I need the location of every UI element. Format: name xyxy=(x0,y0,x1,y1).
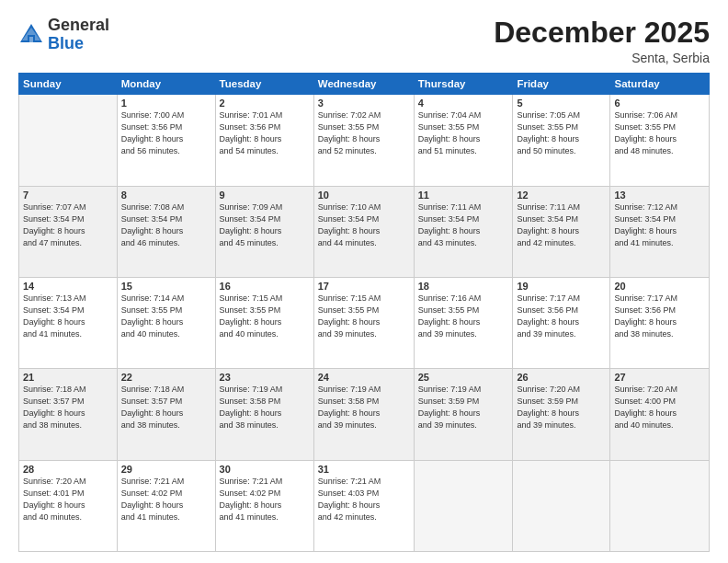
day-number: 10 xyxy=(318,190,410,201)
location-subtitle: Senta, Serbia xyxy=(494,51,710,65)
day-info: Sunrise: 7:21 AMSunset: 4:02 PMDaylight:… xyxy=(220,476,310,523)
weekday-header-wednesday: Wednesday xyxy=(313,74,414,95)
day-number: 16 xyxy=(220,281,310,292)
day-info: Sunrise: 7:19 AMSunset: 3:58 PMDaylight:… xyxy=(220,384,310,431)
day-info: Sunrise: 7:19 AMSunset: 3:59 PMDaylight:… xyxy=(418,384,509,431)
day-info: Sunrise: 7:20 AMSunset: 4:01 PMDaylight:… xyxy=(23,476,113,523)
weekday-header-tuesday: Tuesday xyxy=(215,74,313,95)
calendar-cell xyxy=(414,460,513,551)
calendar-cell: 13Sunrise: 7:12 AMSunset: 3:54 PMDayligh… xyxy=(610,186,710,277)
calendar-cell: 15Sunrise: 7:14 AMSunset: 3:55 PMDayligh… xyxy=(117,277,215,368)
calendar-cell: 12Sunrise: 7:11 AMSunset: 3:54 PMDayligh… xyxy=(513,186,610,277)
day-number: 28 xyxy=(23,464,113,475)
day-number: 29 xyxy=(121,464,211,475)
calendar-table: SundayMondayTuesdayWednesdayThursdayFrid… xyxy=(18,73,710,552)
calendar-cell: 10Sunrise: 7:10 AMSunset: 3:54 PMDayligh… xyxy=(313,186,414,277)
day-number: 25 xyxy=(418,372,509,383)
day-info: Sunrise: 7:09 AMSunset: 3:54 PMDaylight:… xyxy=(220,201,310,249)
calendar-cell: 3Sunrise: 7:02 AMSunset: 3:55 PMDaylight… xyxy=(313,95,414,186)
calendar-cell: 14Sunrise: 7:13 AMSunset: 3:54 PMDayligh… xyxy=(19,277,118,368)
day-info: Sunrise: 7:20 AMSunset: 3:59 PMDaylight:… xyxy=(517,384,606,431)
calendar-cell: 27Sunrise: 7:20 AMSunset: 4:00 PMDayligh… xyxy=(610,369,710,460)
day-info: Sunrise: 7:14 AMSunset: 3:55 PMDaylight:… xyxy=(121,293,211,340)
day-number: 21 xyxy=(23,372,113,383)
calendar-cell: 11Sunrise: 7:11 AMSunset: 3:54 PMDayligh… xyxy=(414,186,513,277)
weekday-header-thursday: Thursday xyxy=(414,74,513,95)
weekday-header-monday: Monday xyxy=(117,74,215,95)
calendar-cell: 2Sunrise: 7:01 AMSunset: 3:56 PMDaylight… xyxy=(215,95,313,186)
calendar-cell: 26Sunrise: 7:20 AMSunset: 3:59 PMDayligh… xyxy=(513,369,610,460)
calendar-week-row: 1Sunrise: 7:00 AMSunset: 3:56 PMDaylight… xyxy=(19,95,710,186)
weekday-header-saturday: Saturday xyxy=(610,74,710,95)
day-info: Sunrise: 7:01 AMSunset: 3:56 PMDaylight:… xyxy=(220,109,310,157)
month-title: December 2025 xyxy=(494,17,710,49)
day-number: 8 xyxy=(121,190,211,201)
calendar-cell: 6Sunrise: 7:06 AMSunset: 3:55 PMDaylight… xyxy=(610,95,710,186)
day-number: 12 xyxy=(517,190,606,201)
calendar-cell: 25Sunrise: 7:19 AMSunset: 3:59 PMDayligh… xyxy=(414,369,513,460)
calendar-cell: 1Sunrise: 7:00 AMSunset: 3:56 PMDaylight… xyxy=(117,95,215,186)
day-info: Sunrise: 7:19 AMSunset: 3:58 PMDaylight:… xyxy=(318,384,410,431)
day-info: Sunrise: 7:11 AMSunset: 3:54 PMDaylight:… xyxy=(517,201,606,249)
day-info: Sunrise: 7:00 AMSunset: 3:56 PMDaylight:… xyxy=(121,109,211,157)
day-number: 5 xyxy=(517,98,606,109)
day-number: 2 xyxy=(220,98,310,109)
calendar-cell: 9Sunrise: 7:09 AMSunset: 3:54 PMDaylight… xyxy=(215,186,313,277)
day-info: Sunrise: 7:04 AMSunset: 3:55 PMDaylight:… xyxy=(418,109,509,157)
calendar-cell: 18Sunrise: 7:16 AMSunset: 3:55 PMDayligh… xyxy=(414,277,513,368)
calendar-cell: 30Sunrise: 7:21 AMSunset: 4:02 PMDayligh… xyxy=(215,460,313,551)
calendar-cell: 8Sunrise: 7:08 AMSunset: 3:54 PMDaylight… xyxy=(117,186,215,277)
day-info: Sunrise: 7:15 AMSunset: 3:55 PMDaylight:… xyxy=(318,293,410,340)
calendar-header-row: SundayMondayTuesdayWednesdayThursdayFrid… xyxy=(19,74,710,95)
title-block: December 2025 Senta, Serbia xyxy=(494,17,710,65)
day-info: Sunrise: 7:07 AMSunset: 3:54 PMDaylight:… xyxy=(23,201,113,249)
day-number: 19 xyxy=(517,281,606,292)
day-number: 13 xyxy=(614,190,705,201)
day-info: Sunrise: 7:11 AMSunset: 3:54 PMDaylight:… xyxy=(418,201,509,249)
day-number: 24 xyxy=(318,372,410,383)
calendar-cell: 23Sunrise: 7:19 AMSunset: 3:58 PMDayligh… xyxy=(215,369,313,460)
calendar-cell: 24Sunrise: 7:19 AMSunset: 3:58 PMDayligh… xyxy=(313,369,414,460)
day-number: 11 xyxy=(418,190,509,201)
logo-general: General xyxy=(48,16,109,34)
day-number: 17 xyxy=(318,281,410,292)
calendar-cell: 16Sunrise: 7:15 AMSunset: 3:55 PMDayligh… xyxy=(215,277,313,368)
day-info: Sunrise: 7:05 AMSunset: 3:55 PMDaylight:… xyxy=(517,109,606,157)
weekday-header-sunday: Sunday xyxy=(19,74,118,95)
logo-blue: Blue xyxy=(48,34,84,52)
day-info: Sunrise: 7:18 AMSunset: 3:57 PMDaylight:… xyxy=(23,384,113,431)
day-info: Sunrise: 7:08 AMSunset: 3:54 PMDaylight:… xyxy=(121,201,211,249)
logo-text: General Blue xyxy=(48,17,109,53)
calendar-week-row: 21Sunrise: 7:18 AMSunset: 3:57 PMDayligh… xyxy=(19,369,710,460)
calendar-cell: 22Sunrise: 7:18 AMSunset: 3:57 PMDayligh… xyxy=(117,369,215,460)
page: General Blue December 2025 Senta, Serbia… xyxy=(0,0,728,563)
calendar-cell: 21Sunrise: 7:18 AMSunset: 3:57 PMDayligh… xyxy=(19,369,118,460)
day-info: Sunrise: 7:17 AMSunset: 3:56 PMDaylight:… xyxy=(517,293,606,340)
calendar-cell: 28Sunrise: 7:20 AMSunset: 4:01 PMDayligh… xyxy=(19,460,118,551)
day-number: 30 xyxy=(220,464,310,475)
day-info: Sunrise: 7:10 AMSunset: 3:54 PMDaylight:… xyxy=(318,201,410,249)
header: General Blue December 2025 Senta, Serbia xyxy=(18,17,710,65)
calendar-cell: 7Sunrise: 7:07 AMSunset: 3:54 PMDaylight… xyxy=(19,186,118,277)
calendar-cell: 19Sunrise: 7:17 AMSunset: 3:56 PMDayligh… xyxy=(513,277,610,368)
calendar-week-row: 7Sunrise: 7:07 AMSunset: 3:54 PMDaylight… xyxy=(19,186,710,277)
day-info: Sunrise: 7:06 AMSunset: 3:55 PMDaylight:… xyxy=(614,109,705,157)
calendar-cell: 29Sunrise: 7:21 AMSunset: 4:02 PMDayligh… xyxy=(117,460,215,551)
day-info: Sunrise: 7:21 AMSunset: 4:02 PMDaylight:… xyxy=(121,476,211,523)
day-number: 22 xyxy=(121,372,211,383)
weekday-header-friday: Friday xyxy=(513,74,610,95)
logo-icon xyxy=(18,22,44,48)
day-info: Sunrise: 7:02 AMSunset: 3:55 PMDaylight:… xyxy=(318,109,410,157)
day-number: 6 xyxy=(614,98,705,109)
day-info: Sunrise: 7:15 AMSunset: 3:55 PMDaylight:… xyxy=(220,293,310,340)
day-number: 18 xyxy=(418,281,509,292)
calendar-week-row: 14Sunrise: 7:13 AMSunset: 3:54 PMDayligh… xyxy=(19,277,710,368)
day-number: 7 xyxy=(23,190,113,201)
day-number: 20 xyxy=(614,281,705,292)
calendar-cell: 4Sunrise: 7:04 AMSunset: 3:55 PMDaylight… xyxy=(414,95,513,186)
day-number: 31 xyxy=(318,464,410,475)
calendar-cell: 5Sunrise: 7:05 AMSunset: 3:55 PMDaylight… xyxy=(513,95,610,186)
day-number: 3 xyxy=(318,98,410,109)
day-info: Sunrise: 7:16 AMSunset: 3:55 PMDaylight:… xyxy=(418,293,509,340)
day-info: Sunrise: 7:18 AMSunset: 3:57 PMDaylight:… xyxy=(121,384,211,431)
